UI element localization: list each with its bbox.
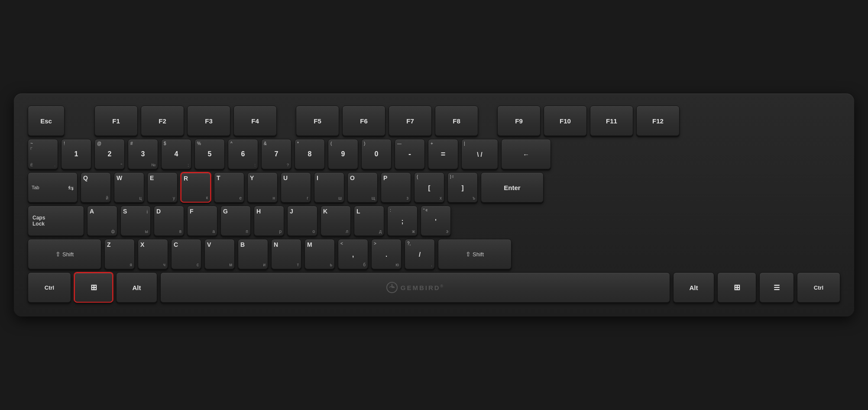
key-u[interactable]: U г [281, 172, 311, 203]
key-f4[interactable]: F4 [233, 106, 277, 136]
key-h[interactable]: H р [254, 206, 284, 236]
key-bracket-right[interactable]: } ї ] ъ [447, 172, 478, 203]
key-1[interactable]: ! 1 [61, 139, 91, 169]
key-2[interactable]: @ 2 " [94, 139, 125, 169]
key-backslash-top[interactable]: | \ / [461, 139, 498, 169]
key-caps-lock[interactable]: Caps Lock [28, 206, 84, 236]
key-comma[interactable]: < , б [338, 239, 368, 269]
key-6[interactable]: ^ 6 : [228, 139, 258, 169]
key-esc[interactable]: Esc [28, 106, 65, 136]
key-ctrl-right[interactable]: Ctrl [797, 272, 840, 303]
key-shift-right[interactable]: ⇧ Shift [438, 239, 512, 269]
key-f7[interactable]: F7 [389, 106, 432, 136]
key-f11[interactable]: F11 [590, 106, 633, 136]
key-4[interactable]: $ 4 ; [161, 139, 191, 169]
row-qwerty: Tab ⇆ Q й W ц E у R к T е [28, 172, 840, 203]
key-3[interactable]: # 3 № [128, 139, 158, 169]
key-semicolon[interactable]: : ; ж [387, 206, 418, 236]
key-tab[interactable]: Tab ⇆ [28, 172, 78, 203]
key-o[interactable]: O щ [347, 172, 378, 203]
key-alt-left[interactable]: Alt [116, 272, 157, 303]
key-t[interactable]: T е [214, 172, 244, 203]
key-a[interactable]: A ф [87, 206, 117, 236]
key-y[interactable]: Y н [247, 172, 278, 203]
key-0[interactable]: ) 0 [361, 139, 392, 169]
key-w[interactable]: W ц [114, 172, 144, 203]
key-shift-left[interactable]: ⇧ Shift [28, 239, 101, 269]
key-f9[interactable]: F9 [497, 106, 541, 136]
key-l[interactable]: L д [354, 206, 384, 236]
key-n[interactable]: N т [271, 239, 301, 269]
key-b[interactable]: B и [238, 239, 268, 269]
key-backspace[interactable]: ← [501, 139, 551, 169]
key-q[interactable]: Q й [81, 172, 111, 203]
key-backtick[interactable]: ~Г Ё . [28, 139, 58, 169]
keyboard: Esc F1 F2 F3 F4 F5 F6 F7 F8 F9 F10 F11 F… [14, 94, 854, 316]
key-i[interactable]: I ш [314, 172, 344, 203]
key-alt-right[interactable]: Alt [673, 272, 714, 303]
key-equals[interactable]: + = [428, 139, 458, 169]
key-9[interactable]: ( 9 [328, 139, 358, 169]
key-f12[interactable]: F12 [636, 106, 680, 136]
brand-logo: GEMBIRD® [386, 281, 444, 294]
key-ctrl-left[interactable]: Ctrl [28, 272, 71, 303]
key-j[interactable]: J о [287, 206, 317, 236]
key-bracket-left[interactable]: { [ х [414, 172, 444, 203]
key-x[interactable]: X ч [138, 239, 168, 269]
brand-icon [386, 281, 398, 294]
key-space[interactable]: GEMBIRD® [160, 272, 670, 303]
key-f5[interactable]: F5 [296, 106, 339, 136]
row-number: ~Г Ё . ! 1 @ 2 " # 3 № $ 4 ; [28, 139, 840, 169]
key-g[interactable]: G п [220, 206, 251, 236]
key-slash[interactable]: ?, / . [405, 239, 435, 269]
row-asdf: Caps Lock A ф S i ы D в F а G п [28, 206, 840, 236]
row-bottom: Ctrl ⊞ Alt GEMBIRD® Alt [28, 272, 840, 303]
row-zxcv: ⇧ Shift Z я X ч C с V м B и [28, 239, 840, 269]
key-p[interactable]: P з [381, 172, 411, 203]
key-quote[interactable]: " є ' э [421, 206, 451, 236]
key-5[interactable]: % 5 [194, 139, 225, 169]
key-win-right[interactable]: ⊞ [717, 272, 756, 303]
key-r[interactable]: R к [181, 172, 211, 203]
key-c[interactable]: C с [171, 239, 201, 269]
key-win-left[interactable]: ⊞ [74, 272, 113, 303]
key-rows: Esc F1 F2 F3 F4 F5 F6 F7 F8 F9 F10 F11 F… [28, 106, 840, 303]
key-enter[interactable]: Enter [481, 172, 544, 203]
key-z[interactable]: Z я [104, 239, 135, 269]
key-m[interactable]: M ь [304, 239, 335, 269]
key-f[interactable]: F а [187, 206, 217, 236]
key-d[interactable]: D в [154, 206, 184, 236]
key-e[interactable]: E у [147, 172, 178, 203]
key-f6[interactable]: F6 [342, 106, 385, 136]
key-f8[interactable]: F8 [435, 106, 478, 136]
key-v[interactable]: V м [204, 239, 235, 269]
key-period[interactable]: > . ю [371, 239, 402, 269]
key-f3[interactable]: F3 [187, 106, 230, 136]
key-f2[interactable]: F2 [141, 106, 184, 136]
key-k[interactable]: K л [321, 206, 351, 236]
brand-name: GEMBIRD® [401, 284, 444, 291]
key-7[interactable]: & 7 ? [261, 139, 291, 169]
key-s[interactable]: S i ы [120, 206, 151, 236]
key-f10[interactable]: F10 [544, 106, 587, 136]
key-8[interactable]: * 8 [295, 139, 325, 169]
key-menu[interactable]: ☰ [759, 272, 794, 303]
key-minus[interactable]: — - [395, 139, 425, 169]
row-fn: Esc F1 F2 F3 F4 F5 F6 F7 F8 F9 F10 F11 F… [28, 106, 840, 136]
key-f1[interactable]: F1 [94, 106, 138, 136]
